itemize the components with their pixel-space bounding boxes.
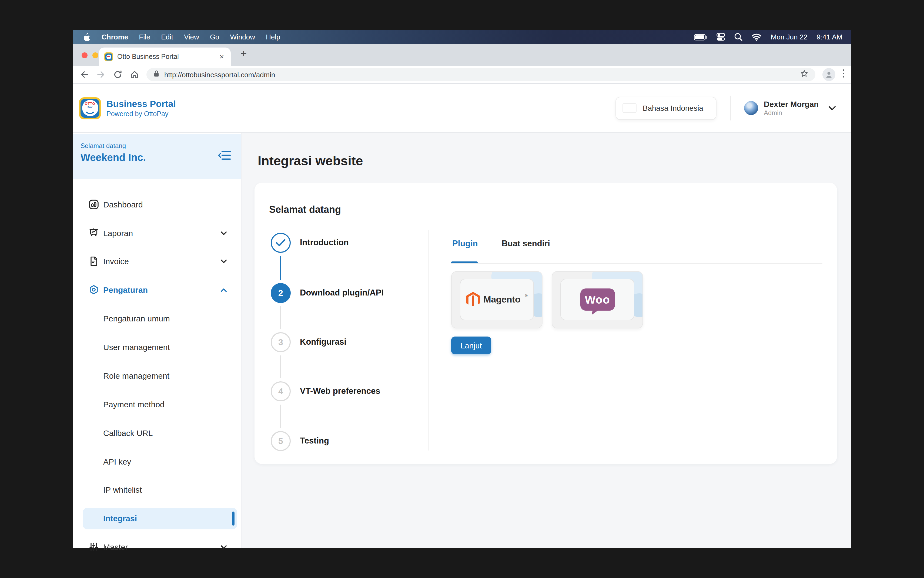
card-title: Selamat datang — [269, 204, 341, 216]
active-item-indicator — [232, 511, 234, 526]
forward-button[interactable] — [96, 70, 106, 80]
chevron-down-icon — [221, 231, 227, 235]
menu-bar-time[interactable]: 9:41 AM — [817, 33, 843, 41]
battery-icon[interactable] — [694, 34, 708, 40]
browser-menu-icon[interactable] — [843, 68, 844, 81]
plugin-card-woocommerce[interactable]: Woo — [552, 271, 643, 328]
mac-screen: Chrome File Edit View Go Window Help — [73, 30, 851, 548]
sidebar-item-integrasi[interactable]: Integrasi — [83, 508, 237, 529]
step-5-label: Testing — [300, 436, 329, 446]
user-menu[interactable]: Dexter Morgan Admin — [744, 99, 836, 117]
menu-item-help[interactable]: Help — [260, 33, 286, 41]
sidebar-item-label: Callback URL — [103, 429, 153, 438]
sidebar-item-user-management[interactable]: User management — [73, 336, 242, 358]
sidebar-item-label: Dashboard — [103, 200, 143, 209]
step-4-circle: 4 — [271, 382, 291, 401]
language-selector[interactable]: Bahasa Indonesia — [616, 96, 717, 120]
sidebar-item-label: Invoice — [103, 257, 129, 266]
desktop-background: Chrome File Edit View Go Window Help — [0, 0, 924, 578]
sidebar-item-ip-whitelist[interactable]: IP whitelist — [73, 479, 242, 501]
sidebar-item-pengaturan-umum[interactable]: Pengaturan umum — [73, 308, 242, 330]
menu-item-go[interactable]: Go — [205, 33, 225, 41]
sidebar-item-label: Pengaturan — [103, 285, 148, 294]
url-address-bar[interactable]: http://ottobusinessportal.com/admin — [146, 68, 815, 81]
plugin-tabs: Plugin Buat sendiri — [452, 239, 550, 248]
chevron-down-icon[interactable] — [828, 106, 836, 110]
reload-button[interactable] — [113, 70, 123, 80]
sidebar-item-dashboard[interactable]: Dashboard — [73, 194, 242, 216]
spotlight-search-icon[interactable] — [735, 33, 743, 41]
step-4-label: VT-Web preferences — [300, 386, 380, 396]
step-1-label: Introduction — [300, 238, 349, 247]
lock-icon[interactable] — [153, 70, 160, 80]
bookmark-star-icon[interactable] — [800, 69, 809, 80]
welcome-label: Selamat datang — [81, 142, 241, 149]
continue-button[interactable]: Lanjut — [451, 336, 491, 354]
app-header: OTTO PAY Business Portal Powered by Otto… — [73, 84, 851, 133]
sidebar-item-label: Laporan — [103, 229, 133, 238]
control-center-icon[interactable] — [717, 33, 726, 41]
menu-bar-date[interactable]: Mon Jun 22 — [771, 33, 807, 41]
home-button[interactable] — [130, 70, 140, 80]
sidebar-item-label: API key — [103, 457, 131, 466]
chevron-up-icon — [221, 288, 227, 292]
logo-smile — [84, 108, 96, 114]
invoice-document-icon — [89, 256, 99, 266]
ottopay-logo: OTTO PAY — [79, 97, 101, 119]
menu-item-view[interactable]: View — [179, 33, 205, 41]
registered-mark: ® — [525, 294, 528, 298]
window-close-button[interactable] — [81, 52, 88, 58]
app-body: Selamat datang Weekend Inc. Dashboard — [73, 133, 851, 548]
report-board-icon — [89, 228, 99, 238]
woo-logo: Woo — [580, 289, 615, 311]
window-minimize-button[interactable] — [93, 52, 98, 58]
step-5-circle: 5 — [271, 431, 291, 451]
back-button[interactable] — [80, 70, 89, 80]
plugin-card-magento[interactable]: Magento ® — [451, 271, 542, 328]
menu-item-edit[interactable]: Edit — [156, 33, 179, 41]
sidebar-item-api-key[interactable]: API key — [73, 451, 242, 472]
step-connector — [280, 256, 281, 280]
sidebar-item-payment-method[interactable]: Payment method — [73, 394, 242, 416]
settings-gear-icon — [89, 285, 99, 295]
sidebar-item-label: Integrasi — [103, 514, 137, 523]
stepper-divider — [429, 230, 429, 451]
check-icon — [276, 239, 286, 247]
step-3-circle: 3 — [271, 332, 291, 352]
brand-title: Business Portal — [106, 99, 176, 110]
brand-subtitle: Powered by OttoPay — [106, 110, 176, 117]
tab-close-icon[interactable]: ✕ — [218, 52, 225, 61]
chevron-down-icon — [221, 259, 227, 264]
logo-text-otto: OTTO — [85, 102, 95, 106]
menu-item-chrome[interactable]: Chrome — [96, 33, 133, 41]
sidebar-item-pengaturan[interactable]: Pengaturan — [73, 279, 242, 301]
new-tab-button[interactable]: + — [237, 47, 250, 60]
tab-plugin[interactable]: Plugin — [452, 239, 478, 248]
menu-item-window[interactable]: Window — [225, 33, 261, 41]
browser-tab[interactable]: Otto Business Portal ✕ — [99, 47, 231, 66]
sidebar-item-laporan[interactable]: Laporan — [73, 222, 242, 244]
magento-mark-icon — [466, 292, 479, 307]
sliders-icon — [89, 542, 99, 552]
brand: OTTO PAY Business Portal Powered by Otto… — [79, 97, 176, 119]
user-name: Dexter Morgan — [764, 99, 818, 109]
apple-menu[interactable] — [81, 32, 96, 42]
menu-item-file[interactable]: File — [133, 33, 156, 41]
sidebar-item-master[interactable]: Master — [73, 536, 242, 558]
sidebar-item-role-management[interactable]: Role management — [73, 365, 242, 387]
url-text[interactable]: http://ottobusinessportal.com/admin — [164, 70, 796, 79]
sidebar-item-label: Role management — [103, 371, 169, 380]
woo-logo-tile: Woo — [560, 279, 634, 320]
step-1-circle — [271, 233, 291, 253]
tab-buat-sendiri[interactable]: Buat sendiri — [502, 239, 550, 248]
sidebar-item-callback-url[interactable]: Callback URL — [73, 422, 242, 444]
wifi-icon[interactable] — [752, 33, 762, 41]
step-2-circle: 2 — [271, 283, 291, 303]
page-title: Integrasi website — [258, 153, 363, 169]
chevron-down-icon — [221, 545, 227, 549]
language-label: Bahasa Indonesia — [643, 104, 703, 112]
sidebar-item-invoice[interactable]: Invoice — [73, 251, 242, 272]
browser-profile-icon[interactable] — [822, 68, 835, 81]
browser-tab-bar: Otto Business Portal ✕ + — [73, 44, 851, 66]
sidebar-collapse-button[interactable] — [218, 150, 231, 161]
